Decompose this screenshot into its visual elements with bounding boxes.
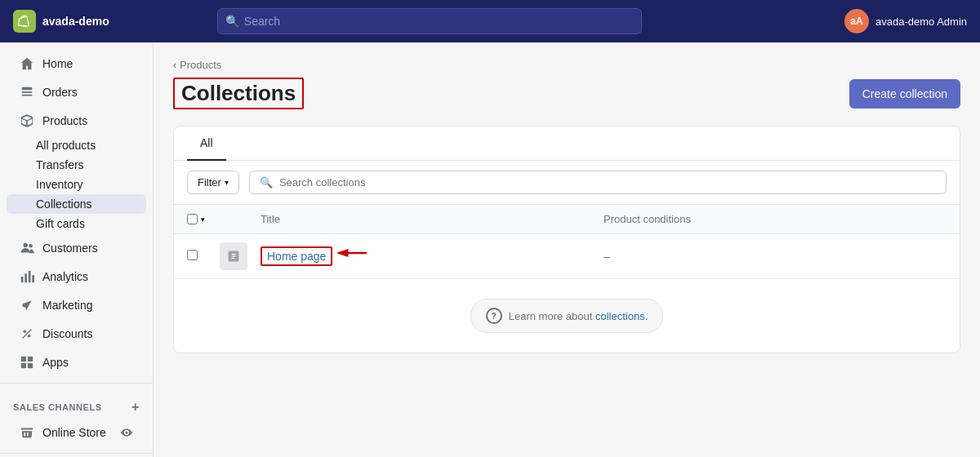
main-content: ‹ Products Collections Create collection…: [154, 42, 980, 457]
products-submenu: All products Transfers Inventory Collect…: [0, 135, 153, 233]
row-checkbox-wrapper[interactable]: [187, 249, 220, 264]
search-area: 🔍: [217, 8, 642, 34]
discounts-icon: [20, 326, 34, 341]
collections-link[interactable]: collections.: [595, 310, 648, 322]
online-store-icon: [20, 425, 34, 440]
svg-rect-15: [28, 363, 33, 368]
sidebar-item-orders[interactable]: Orders: [7, 78, 146, 106]
breadcrumb-chevron-icon: ‹: [173, 60, 176, 71]
sidebar-item-analytics[interactable]: Analytics: [7, 263, 146, 291]
top-navigation: avada-demo 🔍 aA avada-demo Admin: [0, 0, 980, 42]
svg-point-9: [24, 331, 27, 334]
collection-link-home-page[interactable]: Home page: [261, 246, 332, 266]
add-sales-channel-icon[interactable]: +: [131, 400, 140, 415]
page-header: Collections Create collection: [173, 78, 960, 109]
collections-card: All Filter ▾ 🔍 ▾ Title: [173, 126, 960, 353]
card-tabs: All: [174, 126, 960, 161]
sidebar-item-discounts[interactable]: Discounts: [7, 320, 146, 348]
page-title: Collections: [173, 78, 304, 109]
collection-title-cell: Home page: [261, 246, 604, 266]
products-icon: [20, 113, 34, 128]
sidebar-item-apps[interactable]: Apps: [7, 348, 146, 376]
home-icon: [20, 56, 34, 71]
svg-rect-8: [32, 275, 34, 282]
sidebar-sub-inventory[interactable]: Inventory: [7, 175, 146, 194]
svg-rect-2: [22, 95, 33, 96]
search-collections-input[interactable]: [279, 176, 936, 189]
table-header: ▾ Title Product conditions: [174, 205, 960, 234]
tab-all[interactable]: All: [187, 126, 226, 161]
customers-icon: [20, 241, 34, 255]
logo[interactable]: avada-demo: [13, 10, 109, 33]
avatar: aA: [844, 9, 869, 33]
sidebar-item-home[interactable]: Home: [7, 50, 146, 78]
sidebar-item-products[interactable]: Products: [7, 107, 146, 135]
svg-point-10: [28, 335, 31, 338]
red-arrow-icon: [337, 246, 367, 266]
sidebar-sub-transfers[interactable]: Transfers: [7, 155, 146, 175]
learn-more-text: Learn more about collections.: [509, 310, 648, 322]
svg-rect-13: [28, 357, 33, 362]
search-input[interactable]: [217, 8, 642, 34]
search-collections-wrapper: 🔍: [249, 171, 947, 194]
create-collection-button[interactable]: Create collection: [849, 79, 960, 109]
svg-rect-12: [21, 357, 26, 362]
svg-point-4: [29, 244, 33, 248]
collection-conditions-cell: –: [604, 250, 947, 263]
svg-rect-5: [21, 277, 24, 282]
conditions-column-header: Product conditions: [604, 213, 947, 225]
checkbox-dropdown-icon[interactable]: ▾: [201, 215, 205, 224]
learn-more-section: ? Learn more about collections.: [174, 279, 960, 353]
orders-icon: [20, 85, 34, 100]
eye-icon: [120, 426, 133, 439]
online-store-left: Online Store: [20, 425, 106, 440]
search-icon: 🔍: [225, 15, 239, 28]
sales-channels-label: SALES CHANNELS +: [0, 390, 153, 418]
sidebar-sub-gift-cards[interactable]: Gift cards: [7, 214, 146, 233]
annotation-arrow: [337, 246, 367, 266]
info-circle-icon: ?: [486, 308, 502, 324]
learn-more-pill: ? Learn more about collections.: [470, 299, 664, 333]
sidebar-divider: [0, 383, 153, 384]
filter-button[interactable]: Filter ▾: [187, 171, 239, 194]
sidebar-item-customers[interactable]: Customers: [7, 234, 146, 262]
select-all-checkbox[interactable]: [187, 214, 198, 224]
apps-icon: [20, 355, 34, 370]
table-row: Home page –: [174, 234, 960, 279]
sidebar-item-online-store[interactable]: Online Store: [7, 419, 146, 446]
sidebar-item-marketing[interactable]: Marketing: [7, 291, 146, 319]
title-column-header: Title: [261, 213, 604, 225]
chevron-down-icon: ▾: [225, 178, 229, 187]
online-store-label: Online Store: [42, 426, 106, 439]
shopify-logo-icon: [13, 10, 36, 33]
filter-bar: Filter ▾ 🔍: [174, 161, 960, 205]
sidebar-divider-bottom: [0, 453, 153, 454]
svg-point-3: [24, 243, 28, 247]
store-name: avada-demo: [42, 15, 109, 28]
svg-rect-6: [24, 273, 27, 282]
user-menu[interactable]: aA avada-demo Admin: [844, 9, 967, 33]
svg-rect-7: [29, 271, 31, 282]
select-all-checkbox-wrapper[interactable]: ▾: [187, 214, 220, 224]
sidebar: Home Orders Products All products Transf…: [0, 42, 154, 457]
marketing-icon: [20, 298, 34, 313]
collection-thumbnail: [220, 242, 247, 270]
svg-rect-14: [21, 363, 26, 368]
user-name: avada-demo Admin: [875, 16, 967, 28]
row-checkbox[interactable]: [187, 250, 198, 260]
sidebar-sub-all-products[interactable]: All products: [7, 135, 146, 155]
analytics-icon: [20, 269, 34, 284]
sidebar-sub-collections[interactable]: Collections: [7, 194, 146, 214]
breadcrumb: ‹ Products: [173, 59, 960, 71]
svg-rect-1: [22, 91, 33, 93]
search-collections-icon: 🔍: [260, 176, 273, 189]
svg-rect-0: [22, 87, 33, 91]
breadcrumb-products[interactable]: Products: [180, 59, 221, 71]
